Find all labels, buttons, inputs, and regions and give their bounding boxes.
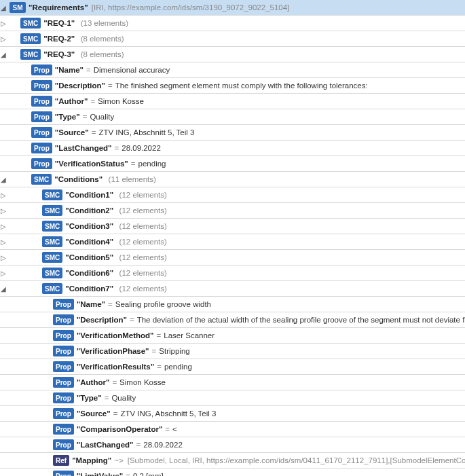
expand-toggle-icon[interactable]: ▷ [0,223,7,230]
tree-row-req3[interactable]: ◢ SMC "REQ-3" (8 elements) [0,47,465,62]
prop-label: "LimitValue" [77,472,123,476]
prop-badge: Prop [53,424,74,435]
smc-badge: SMC [20,49,41,60]
prop-badge: Prop [53,439,74,450]
expand-toggle-icon[interactable]: ◢ [0,5,7,12]
tree-row-condition7[interactable]: ◢ SMC "Condition7" (12 elements) [0,281,465,297]
prop-badge: Prop [53,361,74,372]
prop-badge: Prop [31,111,52,122]
prop-badge: Prop [53,346,74,356]
prop-badge: Prop [31,127,52,138]
node-name: "Condition2" [65,206,113,215]
prop-row-description[interactable]: ▷ Prop "Description" = The finished segm… [0,78,465,94]
prop-value: < [172,425,177,433]
tree-row-condition4[interactable]: ▷ SMC "Condition4" (12 elements) [0,234,465,250]
node-count: (11 elements) [104,175,156,183]
smc-badge: SMC [42,205,62,216]
ref-value: [Submodel, Local, IRI, https://example.c… [128,456,465,464]
prop-value: 0.2 [mm] [133,472,164,476]
prop-row-c7-verificationmethod[interactable]: ▷ Prop "VerificationMethod" = Laser Scan… [0,328,465,344]
prop-value: The deviation of the actual width of the… [137,316,465,324]
equals-icon: = [90,97,95,105]
prop-row-c7-comparisonoperator[interactable]: ▷ Prop "ComparisonOperator" = < [0,422,465,437]
prop-row-author[interactable]: ▷ Prop "Author" = Simon Kosse [0,94,465,109]
prop-badge: Prop [53,314,74,325]
prop-value: Simon Kosse [98,97,144,105]
prop-value: Quality [90,113,114,121]
expand-toggle-icon[interactable]: ▷ [0,208,7,215]
expand-toggle-icon[interactable]: ▷ [0,192,7,199]
sm-badge: SM [10,2,26,13]
expand-toggle-icon[interactable]: ▷ [0,255,7,261]
prop-badge: Prop [53,299,74,310]
prop-row-c7-author[interactable]: ▷ Prop "Author" = Simon Kosse [0,375,465,390]
node-count: (12 elements) [115,191,167,199]
prop-value: 28.09.2022 [143,441,183,449]
prop-badge: Prop [31,80,52,91]
node-name: "Condition3" [65,222,113,230]
expand-toggle-icon[interactable]: ◢ [0,286,7,293]
tree-row-conditions[interactable]: ◢ SMC "Conditions" (11 elements) [0,172,465,187]
equals-icon: = [157,331,162,340]
tree-row-condition2[interactable]: ▷ SMC "Condition2" (12 elements) [0,203,465,219]
tree-row-req1[interactable]: ▷ SMC "REQ-1" (13 elements) [0,16,465,31]
prop-row-c7-description[interactable]: ▷ Prop "Description" = The deviation of … [0,312,465,328]
node-name: "REQ-2" [43,35,75,43]
root-meta: [IRI, https://example.com/ids/sm/3190_90… [90,3,290,12]
tree-row-condition1[interactable]: ▷ SMC "Condition1" (12 elements) [0,187,465,203]
equals-icon: = [105,394,109,402]
prop-row-type[interactable]: ▷ Prop "Type" = Quality [0,109,465,125]
prop-badge: Prop [53,408,74,419]
ref-row-c7-mapping[interactable]: ▷ Ref "Mapping" ~> [Submodel, Local, IRI… [0,453,465,469]
prop-row-c7-type[interactable]: ▷ Prop "Type" = Quality [0,390,465,406]
equals-icon: = [136,441,141,449]
prop-row-c7-name[interactable]: ▷ Prop "Name" = Sealing profile groove w… [0,297,465,312]
equals-icon: = [157,363,162,371]
prop-row-c7-verificationresults[interactable]: ▷ Prop "VerificationResults" = pending [0,359,465,375]
tree-row-condition3[interactable]: ▷ SMC "Condition3" (12 elements) [0,219,465,234]
smc-badge: SMC [20,18,41,29]
prop-value: Laser Scanner [164,331,215,340]
node-name: "Conditions" [54,175,103,183]
prop-row-c7-source[interactable]: ▷ Prop "Source" = ZTV ING, Abschnitt 5, … [0,406,465,422]
prop-label: "Type" [55,113,80,121]
prop-row-lastchanged[interactable]: ▷ Prop "LastChanged" = 28.09.2022 [0,141,465,156]
prop-value: pending [164,363,192,371]
prop-value: Stripping [159,347,189,355]
node-name: "Condition6" [65,269,113,277]
prop-value: ZTV ING, Abschnitt 5, Teil 3 [98,128,194,136]
expand-toggle-icon[interactable]: ▷ [0,239,7,246]
tree-root-row[interactable]: ◢ SM "Requirements" [IRI, https://exampl… [0,0,465,16]
prop-value: Simon Kosse [119,378,166,386]
prop-label: "Source" [77,409,111,418]
tree-row-req2[interactable]: ▷ SMC "REQ-2" (8 elements) [0,31,465,47]
expand-toggle-icon[interactable]: ◢ [0,177,7,183]
prop-value: 28.09.2022 [122,144,161,152]
prop-row-c7-lastchanged[interactable]: ▷ Prop "LastChanged" = 28.09.2022 [0,437,465,453]
prop-label: "Author" [77,378,110,386]
ref-badge: Ref [53,455,69,466]
node-count: (12 elements) [115,253,167,261]
prop-row-verificationstatus[interactable]: ▷ Prop "VerificationStatus" = pending [0,156,465,172]
prop-label: "Author" [55,97,88,105]
smc-badge: SMC [42,221,62,232]
expand-toggle-icon[interactable]: ▷ [0,270,7,277]
expand-toggle-icon[interactable]: ▷ [0,36,7,43]
tree-row-condition5[interactable]: ▷ SMC "Condition5" (12 elements) [0,250,465,266]
node-name: "Condition5" [65,253,113,261]
prop-row-c7-verificationphase[interactable]: ▷ Prop "VerificationPhase" = Stripping [0,344,465,359]
prop-label: "Source" [55,128,89,136]
prop-label: "Type" [77,394,102,402]
equals-icon: = [86,66,91,74]
prop-row-source[interactable]: ▷ Prop "Source" = ZTV ING, Abschnitt 5, … [0,125,465,141]
equals-icon: = [126,472,130,476]
expand-toggle-icon[interactable]: ◢ [0,52,7,58]
prop-row-c7-limitvalue[interactable]: ▷ Prop "LimitValue" = 0.2 [mm] [0,469,465,476]
node-count: (13 elements) [76,19,128,27]
tree-row-condition6[interactable]: ▷ SMC "Condition6" (12 elements) [0,266,465,281]
prop-value: Sealing profile groove width [115,300,211,308]
expand-toggle-icon[interactable]: ▷ [0,20,7,27]
smc-badge: SMC [20,33,41,44]
prop-label: "Description" [77,316,127,324]
prop-row-name[interactable]: ▷ Prop "Name" = Dimensional accuracy [0,62,465,78]
